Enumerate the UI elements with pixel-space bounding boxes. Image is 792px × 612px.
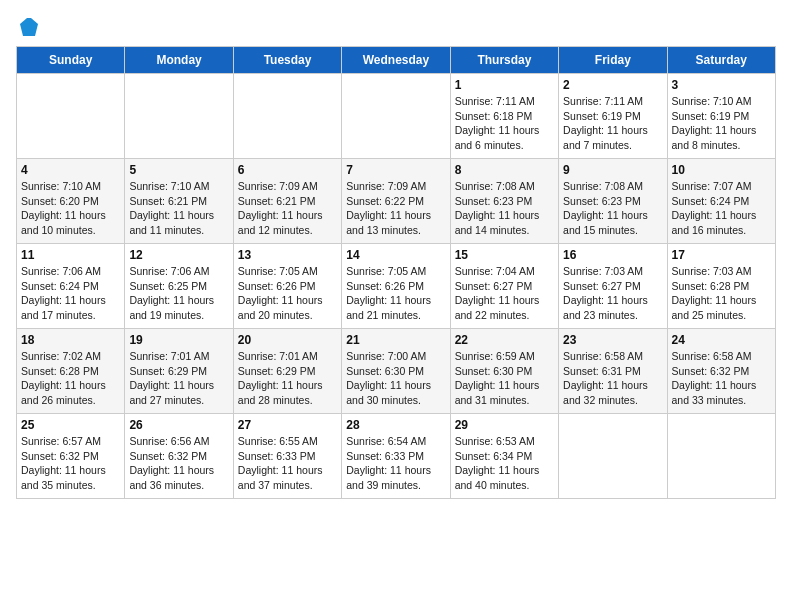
calendar-table: SundayMondayTuesdayWednesdayThursdayFrid… bbox=[16, 46, 776, 499]
day-info: Sunrise: 7:09 AM Sunset: 6:21 PM Dayligh… bbox=[238, 179, 337, 238]
day-info: Sunrise: 7:01 AM Sunset: 6:29 PM Dayligh… bbox=[238, 349, 337, 408]
day-info: Sunrise: 7:07 AM Sunset: 6:24 PM Dayligh… bbox=[672, 179, 771, 238]
day-info: Sunrise: 7:09 AM Sunset: 6:22 PM Dayligh… bbox=[346, 179, 445, 238]
day-number: 29 bbox=[455, 418, 554, 432]
calendar-cell: 17Sunrise: 7:03 AM Sunset: 6:28 PM Dayli… bbox=[667, 244, 775, 329]
day-number: 10 bbox=[672, 163, 771, 177]
calendar-cell: 2Sunrise: 7:11 AM Sunset: 6:19 PM Daylig… bbox=[559, 74, 667, 159]
calendar-cell: 4Sunrise: 7:10 AM Sunset: 6:20 PM Daylig… bbox=[17, 159, 125, 244]
day-info: Sunrise: 7:10 AM Sunset: 6:19 PM Dayligh… bbox=[672, 94, 771, 153]
day-number: 14 bbox=[346, 248, 445, 262]
day-number: 20 bbox=[238, 333, 337, 347]
day-info: Sunrise: 6:54 AM Sunset: 6:33 PM Dayligh… bbox=[346, 434, 445, 493]
day-info: Sunrise: 7:08 AM Sunset: 6:23 PM Dayligh… bbox=[563, 179, 662, 238]
calendar-cell: 11Sunrise: 7:06 AM Sunset: 6:24 PM Dayli… bbox=[17, 244, 125, 329]
day-info: Sunrise: 6:59 AM Sunset: 6:30 PM Dayligh… bbox=[455, 349, 554, 408]
day-of-week-header: Thursday bbox=[450, 47, 558, 74]
calendar-cell: 16Sunrise: 7:03 AM Sunset: 6:27 PM Dayli… bbox=[559, 244, 667, 329]
calendar-cell: 25Sunrise: 6:57 AM Sunset: 6:32 PM Dayli… bbox=[17, 414, 125, 499]
day-info: Sunrise: 7:05 AM Sunset: 6:26 PM Dayligh… bbox=[346, 264, 445, 323]
day-number: 23 bbox=[563, 333, 662, 347]
day-info: Sunrise: 6:57 AM Sunset: 6:32 PM Dayligh… bbox=[21, 434, 120, 493]
day-number: 3 bbox=[672, 78, 771, 92]
day-number: 24 bbox=[672, 333, 771, 347]
day-number: 21 bbox=[346, 333, 445, 347]
day-info: Sunrise: 7:10 AM Sunset: 6:21 PM Dayligh… bbox=[129, 179, 228, 238]
day-info: Sunrise: 6:58 AM Sunset: 6:32 PM Dayligh… bbox=[672, 349, 771, 408]
calendar-cell: 7Sunrise: 7:09 AM Sunset: 6:22 PM Daylig… bbox=[342, 159, 450, 244]
logo-icon bbox=[18, 16, 40, 38]
day-number: 6 bbox=[238, 163, 337, 177]
calendar-cell: 20Sunrise: 7:01 AM Sunset: 6:29 PM Dayli… bbox=[233, 329, 341, 414]
day-of-week-header: Sunday bbox=[17, 47, 125, 74]
calendar-cell: 18Sunrise: 7:02 AM Sunset: 6:28 PM Dayli… bbox=[17, 329, 125, 414]
calendar-cell: 3Sunrise: 7:10 AM Sunset: 6:19 PM Daylig… bbox=[667, 74, 775, 159]
day-info: Sunrise: 7:08 AM Sunset: 6:23 PM Dayligh… bbox=[455, 179, 554, 238]
day-of-week-header: Saturday bbox=[667, 47, 775, 74]
day-number: 13 bbox=[238, 248, 337, 262]
day-info: Sunrise: 6:58 AM Sunset: 6:31 PM Dayligh… bbox=[563, 349, 662, 408]
day-of-week-header: Tuesday bbox=[233, 47, 341, 74]
calendar-cell: 8Sunrise: 7:08 AM Sunset: 6:23 PM Daylig… bbox=[450, 159, 558, 244]
day-info: Sunrise: 7:10 AM Sunset: 6:20 PM Dayligh… bbox=[21, 179, 120, 238]
day-number: 18 bbox=[21, 333, 120, 347]
calendar-cell: 22Sunrise: 6:59 AM Sunset: 6:30 PM Dayli… bbox=[450, 329, 558, 414]
day-of-week-header: Monday bbox=[125, 47, 233, 74]
calendar-cell: 28Sunrise: 6:54 AM Sunset: 6:33 PM Dayli… bbox=[342, 414, 450, 499]
day-number: 15 bbox=[455, 248, 554, 262]
calendar-cell: 6Sunrise: 7:09 AM Sunset: 6:21 PM Daylig… bbox=[233, 159, 341, 244]
calendar-cell bbox=[559, 414, 667, 499]
day-info: Sunrise: 6:55 AM Sunset: 6:33 PM Dayligh… bbox=[238, 434, 337, 493]
day-number: 7 bbox=[346, 163, 445, 177]
calendar-cell: 29Sunrise: 6:53 AM Sunset: 6:34 PM Dayli… bbox=[450, 414, 558, 499]
day-number: 19 bbox=[129, 333, 228, 347]
calendar-cell: 10Sunrise: 7:07 AM Sunset: 6:24 PM Dayli… bbox=[667, 159, 775, 244]
calendar-cell: 5Sunrise: 7:10 AM Sunset: 6:21 PM Daylig… bbox=[125, 159, 233, 244]
day-info: Sunrise: 6:53 AM Sunset: 6:34 PM Dayligh… bbox=[455, 434, 554, 493]
day-number: 28 bbox=[346, 418, 445, 432]
day-info: Sunrise: 7:01 AM Sunset: 6:29 PM Dayligh… bbox=[129, 349, 228, 408]
day-of-week-header: Wednesday bbox=[342, 47, 450, 74]
day-info: Sunrise: 7:03 AM Sunset: 6:27 PM Dayligh… bbox=[563, 264, 662, 323]
logo bbox=[16, 16, 40, 38]
calendar-cell: 14Sunrise: 7:05 AM Sunset: 6:26 PM Dayli… bbox=[342, 244, 450, 329]
day-number: 1 bbox=[455, 78, 554, 92]
calendar-cell: 12Sunrise: 7:06 AM Sunset: 6:25 PM Dayli… bbox=[125, 244, 233, 329]
calendar-cell: 9Sunrise: 7:08 AM Sunset: 6:23 PM Daylig… bbox=[559, 159, 667, 244]
day-number: 8 bbox=[455, 163, 554, 177]
calendar-cell bbox=[125, 74, 233, 159]
day-number: 5 bbox=[129, 163, 228, 177]
svg-marker-0 bbox=[20, 18, 38, 36]
day-info: Sunrise: 7:06 AM Sunset: 6:25 PM Dayligh… bbox=[129, 264, 228, 323]
day-number: 17 bbox=[672, 248, 771, 262]
day-number: 11 bbox=[21, 248, 120, 262]
day-info: Sunrise: 7:06 AM Sunset: 6:24 PM Dayligh… bbox=[21, 264, 120, 323]
calendar-cell: 15Sunrise: 7:04 AM Sunset: 6:27 PM Dayli… bbox=[450, 244, 558, 329]
day-info: Sunrise: 7:11 AM Sunset: 6:19 PM Dayligh… bbox=[563, 94, 662, 153]
day-info: Sunrise: 7:02 AM Sunset: 6:28 PM Dayligh… bbox=[21, 349, 120, 408]
day-number: 16 bbox=[563, 248, 662, 262]
day-info: Sunrise: 7:03 AM Sunset: 6:28 PM Dayligh… bbox=[672, 264, 771, 323]
calendar-cell: 23Sunrise: 6:58 AM Sunset: 6:31 PM Dayli… bbox=[559, 329, 667, 414]
day-number: 22 bbox=[455, 333, 554, 347]
day-info: Sunrise: 7:04 AM Sunset: 6:27 PM Dayligh… bbox=[455, 264, 554, 323]
day-info: Sunrise: 6:56 AM Sunset: 6:32 PM Dayligh… bbox=[129, 434, 228, 493]
calendar-cell bbox=[17, 74, 125, 159]
day-number: 12 bbox=[129, 248, 228, 262]
calendar-cell: 1Sunrise: 7:11 AM Sunset: 6:18 PM Daylig… bbox=[450, 74, 558, 159]
day-info: Sunrise: 7:11 AM Sunset: 6:18 PM Dayligh… bbox=[455, 94, 554, 153]
calendar-cell bbox=[233, 74, 341, 159]
day-info: Sunrise: 7:00 AM Sunset: 6:30 PM Dayligh… bbox=[346, 349, 445, 408]
calendar-cell: 19Sunrise: 7:01 AM Sunset: 6:29 PM Dayli… bbox=[125, 329, 233, 414]
day-info: Sunrise: 7:05 AM Sunset: 6:26 PM Dayligh… bbox=[238, 264, 337, 323]
calendar-cell: 26Sunrise: 6:56 AM Sunset: 6:32 PM Dayli… bbox=[125, 414, 233, 499]
calendar-cell: 13Sunrise: 7:05 AM Sunset: 6:26 PM Dayli… bbox=[233, 244, 341, 329]
day-number: 2 bbox=[563, 78, 662, 92]
calendar-cell bbox=[667, 414, 775, 499]
calendar-cell: 24Sunrise: 6:58 AM Sunset: 6:32 PM Dayli… bbox=[667, 329, 775, 414]
day-of-week-header: Friday bbox=[559, 47, 667, 74]
page-header bbox=[16, 16, 776, 38]
day-number: 25 bbox=[21, 418, 120, 432]
day-number: 27 bbox=[238, 418, 337, 432]
calendar-cell bbox=[342, 74, 450, 159]
